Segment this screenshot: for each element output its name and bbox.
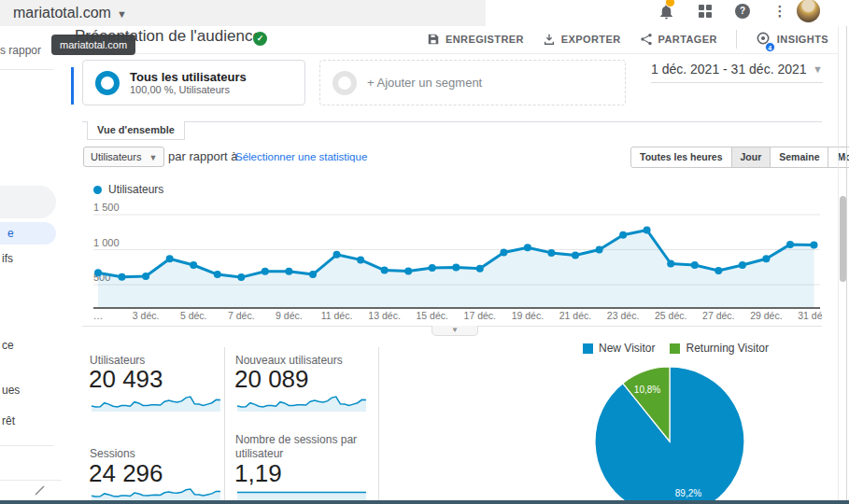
svg-text:7 déc.: 7 déc.: [228, 310, 255, 321]
new-visitor-swatch: [583, 343, 593, 354]
metrics-divider: [378, 347, 379, 504]
help-icon[interactable]: ?: [732, 1, 753, 21]
dots-glyph: ⋮: [773, 3, 787, 20]
users-line-chart: 5001 0001 500…3 déc.5 déc.7 déc.9 déc.11…: [82, 182, 822, 322]
svg-text:19 déc.: 19 déc.: [512, 310, 544, 321]
more-vertical-icon[interactable]: ⋮: [770, 1, 790, 21]
sidebar-item-my-reports[interactable]: s rappor: [0, 44, 41, 57]
sessions-per-user-sparkline: [235, 486, 368, 501]
segment-subtitle: 100,00 %, Utilisateurs: [130, 84, 247, 95]
share-button[interactable]: PARTAGER: [640, 33, 717, 46]
sidebar-item-interests[interactable]: rêt: [2, 414, 15, 427]
svg-text:17 déc.: 17 déc.: [464, 310, 496, 321]
sessions-sparkline: [90, 486, 222, 501]
returning-visitor-swatch: [670, 343, 680, 354]
date-range-selector[interactable]: 1 déc. 2021 - 31 déc. 2021 ▼: [651, 62, 823, 83]
svg-text:89,2%: 89,2%: [675, 488, 701, 498]
window-edge: [846, 26, 847, 500]
sidebar-collapse-arrow-icon[interactable]: [34, 483, 47, 497]
users-sparkline: [90, 394, 222, 412]
header-divider: [56, 53, 838, 54]
sidebar-item-active-users[interactable]: ifs: [2, 252, 13, 265]
insights-icon: 4: [756, 31, 771, 49]
segment-title: Tous les utilisateurs: [130, 70, 247, 84]
metric-sessions-per-user-value: 1,19: [234, 459, 282, 488]
svg-text:10,8%: 10,8%: [634, 385, 660, 395]
collapse-chart-handle[interactable]: ▼: [432, 326, 478, 336]
help-glyph: ?: [735, 4, 750, 19]
svg-text:5 déc.: 5 déc.: [180, 310, 207, 321]
sidebar-divider: [0, 480, 62, 481]
svg-text:21 déc.: 21 déc.: [559, 310, 591, 321]
svg-text:15 déc.: 15 déc.: [416, 310, 447, 321]
sidebar-divider: [0, 69, 53, 70]
svg-text:13 déc.: 13 déc.: [368, 310, 400, 321]
sidebar-item-hovered[interactable]: [0, 186, 56, 218]
granularity-group: Toutes les heures Jour Semaine Mois: [630, 147, 849, 168]
metric-selector-value: Utilisateurs: [91, 151, 141, 162]
actions-divider: [736, 30, 737, 49]
svg-text:1 000: 1 000: [93, 237, 120, 248]
metric-sessions-value: 24 296: [89, 459, 163, 488]
granularity-hourly-button[interactable]: Toutes les heures: [631, 147, 731, 167]
insights-label: INSIGHTS: [777, 34, 828, 45]
visitor-type-pie-chart: 89,2%10,8%: [590, 362, 749, 504]
save-button[interactable]: ENREGISTRER: [427, 33, 524, 46]
scrollbar-track[interactable]: [838, 26, 839, 500]
add-segment-label: + Ajouter un segment: [367, 76, 482, 90]
metric-new-users-value: 20 089: [234, 365, 309, 394]
returning-visitor-label: Returning Visitor: [686, 342, 769, 355]
metric-users-value: 20 493: [89, 365, 163, 394]
chevron-down-icon: ▼: [149, 153, 157, 162]
scrollbar-thumb[interactable]: [840, 196, 846, 282]
svg-text:25 déc.: 25 déc.: [655, 310, 686, 321]
svg-text:…: …: [93, 310, 104, 321]
header-actions: ENREGISTRER EXPORTER PARTAGER 4 INSIGHTS: [427, 26, 828, 52]
bottom-window-strip: [0, 500, 849, 504]
save-icon: [427, 33, 440, 46]
svg-text:27 déc.: 27 déc.: [702, 310, 734, 321]
select-statistic-link[interactable]: Sélectionner une statistique: [235, 151, 367, 162]
export-button[interactable]: EXPORTER: [543, 33, 621, 46]
metrics-divider: [224, 347, 225, 504]
avatar[interactable]: [797, 0, 820, 22]
svg-text:29 déc.: 29 déc.: [750, 310, 782, 321]
segment-ring-icon: [95, 71, 120, 95]
share-icon: [640, 33, 653, 46]
svg-text:3 déc.: 3 déc.: [133, 310, 160, 321]
tab-overview[interactable]: Vue d'ensemble: [87, 121, 185, 140]
add-segment-button[interactable]: + Ajouter un segment: [319, 60, 626, 105]
sidebar-item-overview-active[interactable]: e: [0, 222, 56, 245]
legend-returning-visitor: Returning Visitor: [670, 342, 769, 355]
save-label: ENREGISTRER: [446, 34, 524, 45]
sidebar-item-audience[interactable]: ce: [2, 339, 14, 352]
insights-button[interactable]: 4 INSIGHTS: [756, 31, 828, 49]
segment-all-users[interactable]: Tous les utilisateurs 100,00 %, Utilisat…: [82, 60, 305, 105]
legend-new-visitor: New Visitor: [583, 342, 655, 355]
apps-grid-icon[interactable]: [695, 1, 715, 21]
date-range-label: 1 déc. 2021 - 31 déc. 2021: [651, 62, 807, 77]
metric-sessions-per-user-label: Nombre de sessions par utilisateur: [235, 433, 375, 461]
top-app-bar: mariatotal.com▼ ? ⋮: [0, 0, 849, 26]
segment-drag-handle[interactable]: [71, 67, 74, 105]
insights-count-badge: 4: [765, 42, 775, 52]
svg-text:23 déc.: 23 déc.: [607, 310, 639, 321]
sidebar-item-demographics[interactable]: ues: [2, 384, 20, 397]
sidebar-divider: [0, 445, 53, 446]
metric-selector-dropdown[interactable]: Utilisateurs▼: [83, 147, 164, 167]
svg-text:1 500: 1 500: [93, 202, 120, 213]
download-icon: [543, 33, 556, 46]
granularity-day-button[interactable]: Jour: [731, 147, 771, 167]
chevron-down-icon: ▼: [813, 63, 823, 75]
chevron-down-icon: ▼: [117, 8, 127, 20]
granularity-week-button[interactable]: Semaine: [770, 147, 828, 167]
new-users-sparkline: [235, 394, 368, 412]
export-label: EXPORTER: [561, 34, 621, 45]
verified-check-icon: ✓: [253, 32, 267, 46]
account-selector[interactable]: mariatotal.com▼: [13, 0, 127, 26]
tab-bar-rule: [82, 121, 822, 122]
tooltip: mariatotal.com: [51, 35, 135, 55]
svg-text:31 déc.: 31 déc.: [798, 310, 822, 321]
compare-label: par rapport à: [168, 149, 237, 163]
svg-text:11 déc.: 11 déc.: [321, 310, 353, 321]
